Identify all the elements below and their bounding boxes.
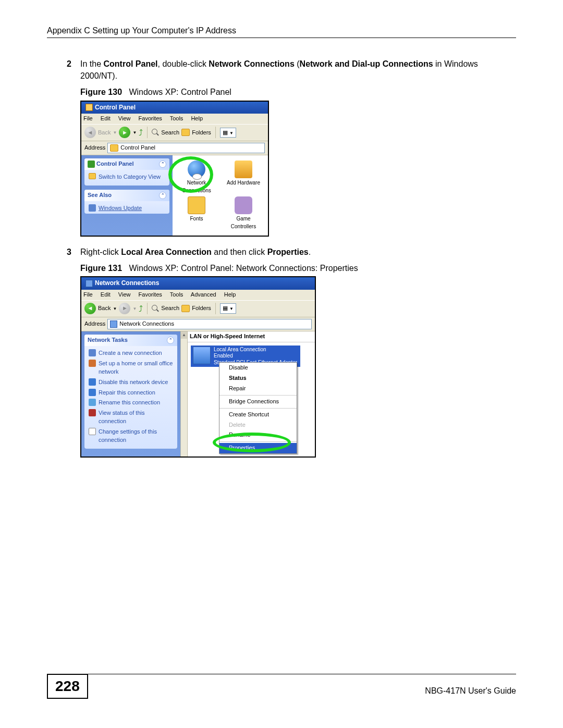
status-icon — [89, 409, 96, 416]
step-3-number: 3 — [67, 246, 71, 258]
back-button-icon[interactable]: ◄ — [84, 303, 96, 314]
address-icon — [110, 144, 118, 152]
add-hardware-icon[interactable]: Add Hardware — [225, 161, 262, 194]
menu-advanced[interactable]: Advanced — [191, 291, 216, 298]
search-button[interactable]: Search — [161, 129, 179, 137]
menu-edit[interactable]: Edit — [101, 291, 111, 298]
task-create-connection[interactable]: Create a new connection — [89, 348, 173, 359]
menu-tools[interactable]: Tools — [170, 291, 183, 298]
views-button[interactable]: ▦ ▼ — [220, 303, 236, 314]
lan-icon — [193, 347, 211, 364]
ctx-properties[interactable]: Properties — [219, 443, 297, 453]
guide-title: NBG-417N User's Guide — [425, 686, 516, 699]
sidebar-control-panel-head[interactable]: Control Panel ⌃ — [84, 158, 169, 170]
window-title-bar: Network Connections — [81, 277, 315, 289]
step-3: 3 Right-click Local Area Connection and … — [47, 246, 516, 458]
address-field[interactable]: Network Connections — [107, 319, 312, 329]
menu-file[interactable]: File — [83, 115, 93, 121]
scrollbar[interactable]: ▲ — [180, 331, 188, 456]
task-disable-device[interactable]: Disable this network device — [89, 377, 173, 388]
settings-icon — [89, 428, 96, 435]
up-button[interactable]: ⤴ — [139, 303, 143, 315]
repair-icon — [89, 389, 96, 396]
collapse-icon[interactable]: ⌃ — [159, 192, 166, 199]
figure-131-caption: Figure 131 Windows XP: Control Panel: Ne… — [80, 262, 516, 274]
new-conn-icon — [89, 349, 96, 356]
ctx-delete: Delete — [219, 420, 297, 430]
back-button: Back — [98, 129, 111, 137]
game-controllers-icon[interactable]: Game Controllers — [225, 196, 262, 230]
context-menu[interactable]: Disable Status Repair Bridge Connections… — [219, 362, 297, 454]
menu-file[interactable]: File — [83, 291, 93, 298]
ctx-shortcut[interactable]: Create Shortcut — [219, 410, 297, 420]
window-title-bar: Control Panel — [81, 102, 268, 114]
menu-favorites[interactable]: Favorites — [139, 291, 162, 298]
search-icon[interactable] — [152, 305, 159, 312]
search-icon[interactable] — [152, 129, 159, 136]
cp-title-icon — [85, 104, 93, 111]
content-area: Network Connections Add Hardware Fonts G… — [173, 155, 268, 236]
switch-category-link[interactable]: Switch to Category View — [89, 172, 165, 182]
task-view-status[interactable]: View status of this connection — [89, 408, 173, 427]
ctx-disable[interactable]: Disable — [219, 363, 297, 373]
ctx-bridge[interactable]: Bridge Connections — [219, 397, 297, 407]
nc-title-icon — [85, 280, 93, 287]
up-button[interactable]: ⤴ — [139, 127, 143, 139]
task-setup-network[interactable]: Set up a home or small office network — [89, 359, 173, 377]
menu-bar[interactable]: File Edit View Favorites Tools Advanced … — [81, 290, 315, 300]
page-header: Appendix C Setting up Your Computer's IP… — [47, 26, 516, 38]
disable-icon — [89, 378, 96, 386]
menu-edit[interactable]: Edit — [101, 115, 111, 121]
rename-icon — [89, 399, 96, 406]
task-change-settings[interactable]: Change settings of this connection — [89, 427, 173, 446]
windows-update-link[interactable]: Windows Update — [89, 203, 165, 214]
address-bar: Address Network Connections — [81, 317, 315, 331]
address-icon — [110, 320, 117, 328]
menu-view[interactable]: View — [118, 115, 131, 121]
ctx-repair[interactable]: Repair — [219, 384, 297, 394]
page-number: 228 — [47, 674, 88, 699]
toolbar: ◄ Back ▼ ► ▼ ⤴ Search Folders ▦ ▼ — [81, 124, 268, 141]
folders-button[interactable]: Folders — [192, 304, 211, 313]
menu-bar[interactable]: File Edit View Favorites Tools Help — [81, 114, 268, 124]
folders-icon[interactable] — [181, 129, 190, 136]
step-2-number: 2 — [67, 58, 71, 70]
screenshot-network-connections: Network Connections File Edit View Favor… — [80, 276, 316, 457]
folder-icon — [89, 173, 96, 179]
menu-tools[interactable]: Tools — [170, 115, 183, 121]
windows-update-icon — [89, 204, 96, 212]
views-button[interactable]: ▦ ▼ — [220, 128, 236, 138]
forward-button: ► — [119, 303, 130, 314]
menu-view[interactable]: View — [118, 291, 131, 298]
network-connections-icon[interactable]: Network Connections — [178, 161, 215, 194]
step-2: 2 In the Control Panel, double-click Net… — [47, 58, 516, 237]
forward-button[interactable]: ► — [119, 127, 130, 138]
fonts-icon[interactable]: Fonts — [178, 196, 215, 230]
sidebar-network-tasks-head[interactable]: Network Tasks ⌃ — [84, 335, 177, 346]
toolbar: ◄ Back ▼ ► ▼ ⤴ Search Folders ▦ ▼ — [81, 300, 315, 317]
page-footer: 228 NBG-417N User's Guide — [47, 674, 516, 699]
menu-help[interactable]: Help — [191, 115, 203, 121]
search-button[interactable]: Search — [161, 304, 179, 313]
menu-help[interactable]: Help — [224, 291, 236, 298]
address-bar: Address Control Panel — [81, 141, 268, 155]
task-repair-connection[interactable]: Repair this connection — [89, 388, 173, 398]
back-button[interactable]: Back — [98, 304, 111, 313]
collapse-icon[interactable]: ⌃ — [159, 161, 166, 168]
screenshot-control-panel: Control Panel File Edit View Favorites T… — [80, 101, 269, 237]
address-field[interactable]: Control Panel — [107, 143, 265, 153]
collapse-icon[interactable]: ⌃ — [167, 337, 174, 344]
folders-icon[interactable] — [181, 305, 190, 312]
ctx-status[interactable]: Status — [219, 373, 297, 384]
menu-favorites[interactable]: Favorites — [139, 115, 162, 121]
figure-130-caption: Figure 130 Windows XP: Control Panel — [80, 86, 516, 98]
sidebar: Network Tasks ⌃ Create a new connection … — [81, 331, 180, 456]
sidebar: Control Panel ⌃ Switch to Category View … — [81, 155, 173, 236]
section-title: Appendix C Setting up Your Computer's IP… — [47, 26, 236, 35]
sidebar-see-also-head[interactable]: See Also ⌃ — [84, 190, 169, 201]
task-rename-connection[interactable]: Rename this connection — [89, 398, 173, 408]
home-net-icon — [89, 360, 96, 367]
content-area: LAN or High-Speed Internet Local Area Co… — [188, 331, 315, 456]
ctx-rename[interactable]: Rename — [219, 430, 297, 440]
folders-button[interactable]: Folders — [192, 129, 211, 137]
